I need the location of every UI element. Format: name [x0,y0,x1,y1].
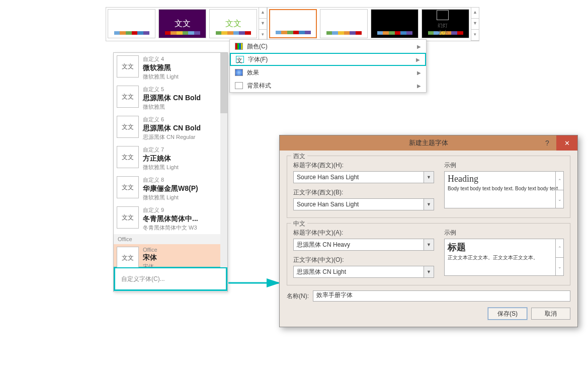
font-theme-cat: 自定义 8 [143,176,224,184]
name-input[interactable]: 效率手册字体 [313,290,570,302]
font-theme-cat: 自定义 9 [143,206,224,214]
chevron-down-icon[interactable]: ▼ [424,172,434,183]
chevron-right-icon: ▶ [417,70,421,76]
annotation-arrow [228,276,284,291]
dialog-titlebar[interactable]: 新建主题字体 ? ✕ [280,135,577,151]
cancel-button[interactable]: 取消 [531,308,570,320]
chevron-right-icon: ▶ [417,44,421,49]
sample-latin: Heading Body text body text body text. B… [444,171,564,208]
font-theme-minor: 微软雅黑 Light [143,73,224,81]
label-sample-latin: 示例 [444,161,564,170]
font-theme-thumb: 文文 [117,206,139,229]
font-theme-thumb: 文文 [117,176,139,198]
font-theme-item[interactable]: 文文 自定义 8 华康俪金黑W8(P) 微软雅黑 Light [114,174,227,204]
close-button[interactable]: ✕ [556,135,577,151]
sample-latin-heading: Heading [448,174,560,184]
font-theme-major: 微软雅黑 [143,63,224,72]
chevron-down-icon[interactable]: ▼ [424,266,434,277]
font-theme-minor: 微软雅黑 [143,103,224,111]
menu-colors-label: 颜色(C) [247,42,417,51]
combo-heading-cjk[interactable]: 思源黑体 CN Heavy ▼ [293,239,434,251]
font-section-office: Office [114,234,227,244]
variant-thumb-2[interactable] [320,9,368,38]
theme-thumb-1[interactable] [108,9,155,38]
font-theme-list[interactable]: 文文 自定义 4 微软雅黑 微软雅黑 Light 文文 自定义 5 思源黑体 C… [114,53,227,267]
help-button[interactable]: ? [538,135,556,151]
font-theme-item[interactable]: 文文 自定义 7 方正姚体 微软雅黑 Light [114,143,227,174]
font-theme-item[interactable]: 文文 自定义 6 思源黑体 CN Bold 思源黑体 CN Regular [114,113,227,143]
save-button[interactable]: 保存(S) [488,308,527,320]
dialog-buttons: 保存(S) 取消 [287,308,570,320]
combo-body-latin-value: Source Han Sans Light [294,201,424,208]
theme-thumb-label: 文文 [225,19,241,29]
menu-effects-label: 效果 [247,68,417,77]
font-theme-cat: 自定义 6 [143,116,224,123]
menu-fonts[interactable]: 文 字体(F) ▶ [230,53,426,66]
slide-size-icon [437,10,449,20]
themes-gallery: 文文 文文 ▲▼▾ [106,7,267,41]
font-theme-minor: 微软雅黑 Light [143,194,224,201]
colors-icon [235,43,243,50]
combo-heading-latin[interactable]: Source Han Sans Light ▼ [293,171,434,183]
variant-thumb-1[interactable] [269,9,317,38]
chevron-down-icon[interactable]: ▼ [424,239,434,250]
sample-cjk-heading: 标题 [448,241,560,253]
label-body-cjk: 正文字体(中文)(O): [293,256,434,264]
menu-effects[interactable]: 效果 ▶ [230,66,426,79]
ribbon: 文文 文文 ▲▼▾ ▲▼▾ [106,7,448,41]
cjk-group-legend: 中文 [291,219,307,228]
themes-spinner[interactable]: ▲▼▾ [259,8,267,41]
variants-spinner[interactable]: ▲▼▾ [471,8,479,41]
sample-cjk: 标题 正文文本正文文本。正文文本正文文本。 ⌃⌄ [444,239,564,276]
customize-fonts-label: 自定义字体(C)... [121,275,165,283]
customize-fonts-button[interactable]: 自定义字体(C)... [114,267,227,291]
theme-thumb-2[interactable]: 文文 [158,9,206,38]
combo-heading-latin-value: Source Han Sans Light [294,174,424,181]
menu-colors[interactable]: 颜色(C) ▶ [230,40,426,53]
font-theme-item-office[interactable]: 文文 Office 宋体 宋体 [114,244,227,267]
font-theme-cat: 自定义 7 [143,146,224,154]
font-theme-thumb: 文文 [117,247,139,267]
font-theme-thumb: 文文 [117,146,139,168]
chevron-right-icon: ▶ [417,83,421,89]
font-theme-minor: 冬青黑体简体中文 W3 [143,224,224,232]
font-panel-scrollbar[interactable] [220,53,227,267]
font-theme-major: 宋体 [143,253,224,262]
combo-body-cjk[interactable]: 思源黑体 CN Light ▼ [293,266,434,278]
effects-icon [235,69,243,76]
combo-body-cjk-value: 思源黑体 CN Light [294,268,424,276]
font-theme-thumb: 文文 [117,86,139,108]
font-theme-cat: Office [143,247,224,253]
font-theme-panel: 文文 自定义 4 微软雅黑 微软雅黑 Light 文文 自定义 5 思源黑体 C… [113,52,228,292]
help-icon: ? [545,139,549,147]
font-theme-cat: 自定义 5 [143,86,224,93]
new-theme-fonts-dialog: 新建主题字体 ? ✕ 西文 标题字体(西文)(H): Source Han Sa… [279,135,578,327]
font-theme-thumb: 文文 [117,116,139,138]
label-heading-cjk: 标题字体(中文)(A): [293,229,434,237]
label-sample-cjk: 示例 [444,229,564,237]
close-icon: ✕ [564,139,570,147]
menu-bgstyles-label: 背景样式 [247,82,417,90]
name-input-value: 效率手册字体 [316,291,353,299]
sample-spinner[interactable]: ⌃⌄ [555,239,563,275]
slide-size-button[interactable]: 幻灯 大小 [433,8,453,36]
background-icon [235,82,243,89]
font-theme-major: 华康俪金黑W8(P) [143,184,224,193]
variant-thumb-3[interactable] [371,9,418,38]
menu-bgstyles[interactable]: 背景样式 ▶ [230,79,426,92]
font-theme-thumb: 文文 [117,55,139,78]
font-theme-item[interactable]: 文文 自定义 5 思源黑体 CN Bold 微软雅黑 [114,83,227,113]
font-theme-minor: 思源黑体 CN Regular [143,133,224,141]
chevron-right-icon: ▶ [416,57,420,62]
font-theme-item[interactable]: 文文 自定义 4 微软雅黑 微软雅黑 Light [114,53,227,83]
chevron-down-icon[interactable]: ▼ [424,199,434,210]
combo-body-latin[interactable]: Source Han Sans Light ▼ [293,198,434,210]
sample-spinner[interactable]: ⌃⌄ [555,172,563,208]
slide-size-label: 幻灯 大小 [433,22,453,36]
menu-fonts-label: 字体(F) [248,55,416,64]
font-theme-minor: 宋体 [143,263,224,267]
theme-thumb-3[interactable]: 文文 [209,9,257,38]
dialog-title: 新建主题字体 [409,138,448,147]
font-theme-item[interactable]: 文文 自定义 9 冬青黑体简体中... 冬青黑体简体中文 W3 [114,204,227,234]
sample-latin-body: Body text body text body text. Body text… [448,185,560,192]
